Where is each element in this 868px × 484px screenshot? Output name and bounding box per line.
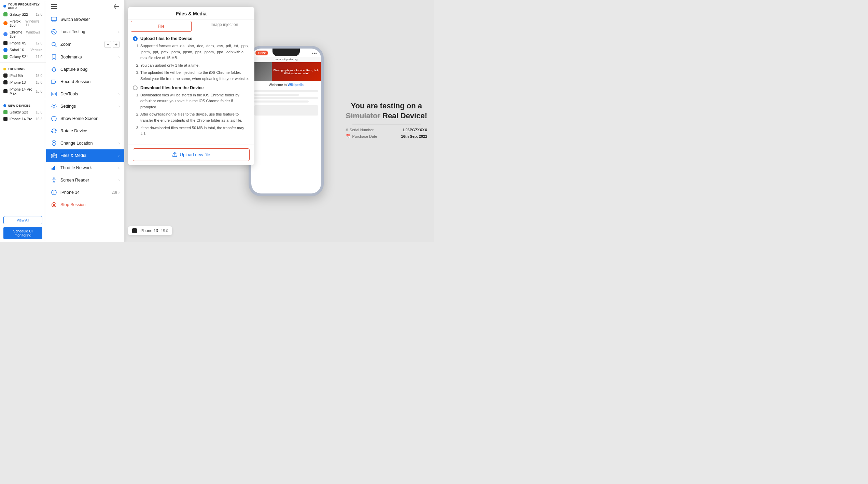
menu-header	[46, 0, 124, 13]
menu-item-rotate-device[interactable]: Rotate Device	[46, 125, 124, 137]
menu-item-show-home-screen[interactable]: Show Home Screen	[46, 112, 124, 125]
upload-section: Upload files to the Device Supported for…	[133, 36, 250, 82]
files-media-modal: Files & Media File Image injection Uploa…	[128, 7, 254, 165]
radio-download[interactable]	[133, 85, 138, 90]
menu-label: Change Location	[60, 141, 93, 146]
view-all-button[interactable]: View All	[3, 216, 42, 224]
list-item: Downloaded files will be stored in the i…	[140, 92, 250, 110]
menu-item-stop-session[interactable]: Stop Session	[46, 199, 124, 211]
svg-rect-26	[53, 167, 54, 170]
monitor-icon	[51, 16, 57, 23]
rotate-icon	[51, 128, 57, 134]
menu-label: Stop Session	[60, 202, 86, 207]
menu-item-zoom[interactable]: Zoom − +	[46, 38, 124, 51]
svg-rect-27	[54, 166, 55, 170]
list-item[interactable]: iPhone 14 Pro 16.3	[0, 116, 46, 122]
chevron-right-icon: ›	[118, 166, 120, 170]
menu-item-switch-browser[interactable]: Switch Browser	[46, 13, 124, 26]
menu-item-capture-bug[interactable]: Capture a bug	[46, 63, 124, 76]
phone-battery: ●●●	[312, 52, 317, 55]
modal-tabs: File Image injection	[128, 19, 254, 32]
menu-label: Show Home Screen	[60, 116, 98, 121]
iphone-13-listing[interactable]: iPhone 13 15.0	[128, 226, 172, 235]
menu-label: Local Testing	[60, 29, 85, 34]
sidebar: YOUR FREQUENTLY USED Galaxy S22 12.0 Fir…	[0, 0, 46, 242]
modal-body: Upload files to the Device Supported for…	[128, 32, 254, 145]
menu-item-files-media[interactable]: Files & Media ›	[46, 149, 124, 162]
phone-mockup: 10:22 ●●● en.m.wikipedia.org Photograph …	[249, 46, 324, 196]
svg-line-18	[54, 93, 54, 95]
menu-label: Files & Media	[60, 153, 86, 158]
chevron-right-icon: ›	[118, 142, 120, 145]
menu-item-local-testing[interactable]: Local Testing ›	[46, 26, 124, 38]
phone-content-area	[251, 88, 321, 118]
menu-item-devtools[interactable]: DevTools ›	[46, 88, 124, 100]
schedule-monitoring-button[interactable]: Schedule UI monitoring	[3, 227, 42, 239]
menu-item-settings[interactable]: Settings ›	[46, 100, 124, 112]
record-icon	[51, 79, 57, 85]
network-icon	[51, 165, 57, 171]
phone-url-bar: en.m.wikipedia.org	[251, 57, 321, 62]
apple-icon	[132, 228, 137, 233]
phone-wiki-title: Welcome to Wikipedia	[251, 81, 321, 88]
tab-image-injection[interactable]: Image injection	[194, 19, 254, 32]
location-icon	[51, 140, 57, 146]
android-icon	[3, 110, 8, 114]
list-item[interactable]: Galaxy S22 12.0	[0, 11, 46, 18]
info-panel: You are testing on a Simulator Real Devi…	[346, 101, 427, 140]
apple-icon	[3, 117, 8, 121]
accessibility-icon	[51, 177, 57, 183]
upload-icon	[172, 152, 177, 157]
menu-label: Zoom	[60, 42, 71, 47]
list-item[interactable]: Galaxy S23 13.0	[0, 109, 46, 116]
info-divider	[352, 124, 421, 125]
divider	[0, 62, 46, 63]
list-item: You can upload only 1 file at a time.	[140, 63, 250, 69]
upload-new-file-button[interactable]: Upload new file	[133, 148, 250, 161]
bug-icon	[51, 66, 57, 72]
apple-icon	[3, 41, 8, 45]
tab-file[interactable]: File	[131, 21, 192, 32]
section-dot	[3, 68, 6, 70]
list-item[interactable]: Galaxy S21 11.0	[0, 53, 46, 60]
chevron-right-icon: ›	[118, 105, 120, 108]
list-item[interactable]: iPhone XS 12.0	[0, 40, 46, 46]
list-item[interactable]: iPhone 14 Pro Max 16.0	[0, 86, 46, 97]
radio-upload[interactable]	[133, 36, 138, 41]
svg-rect-1	[51, 6, 57, 7]
menu-panel: Switch Browser Local Testing › Zoom − +	[46, 0, 125, 242]
svg-line-10	[55, 45, 56, 47]
menu-item-screen-reader[interactable]: Screen Reader ›	[46, 174, 124, 186]
list-item: If the downloaded files exceed 50 MB in …	[140, 125, 250, 137]
zoom-out-button[interactable]: −	[104, 41, 111, 48]
chrome-icon	[3, 32, 8, 36]
chevron-right-icon: ›	[118, 154, 120, 158]
svg-rect-16	[51, 80, 55, 83]
menu-item-change-location[interactable]: Change Location ›	[46, 137, 124, 149]
svg-point-19	[53, 105, 55, 107]
menu-label: Settings	[60, 104, 76, 109]
list-item[interactable]: iPad 9th 15.0	[0, 72, 46, 79]
svg-line-33	[54, 181, 55, 183]
chevron-right-icon: ›	[118, 178, 120, 182]
menu-item-record-session[interactable]: Record Session	[46, 76, 124, 88]
apple-icon	[3, 80, 8, 84]
svg-rect-28	[56, 165, 56, 170]
svg-rect-2	[51, 8, 57, 9]
hamburger-icon[interactable]	[51, 4, 57, 9]
android-icon	[3, 12, 8, 16]
list-item[interactable]: Firefox 108 Windows 11	[0, 18, 46, 29]
download-label: Download files from the Device	[133, 85, 250, 90]
upload-button-wrapper: Upload new file	[128, 145, 254, 165]
menu-item-iphone14[interactable]: iPhone 14 v16 ›	[46, 186, 124, 199]
menu-item-throttle-network[interactable]: Throttle Network ›	[46, 162, 124, 174]
list-item[interactable]: Safari 16 Ventura	[0, 46, 46, 53]
menu-item-bookmarks[interactable]: Bookmarks ›	[46, 51, 124, 63]
zoom-in-button[interactable]: +	[113, 41, 120, 48]
divider	[0, 99, 46, 99]
upload-label: Upload files to the Device	[133, 36, 250, 41]
list-item[interactable]: iPhone 13 15.0	[0, 79, 46, 86]
zoom-controls: − +	[104, 41, 120, 48]
back-icon[interactable]	[113, 4, 120, 9]
list-item[interactable]: Chrome 109 Windows 11	[0, 29, 46, 40]
